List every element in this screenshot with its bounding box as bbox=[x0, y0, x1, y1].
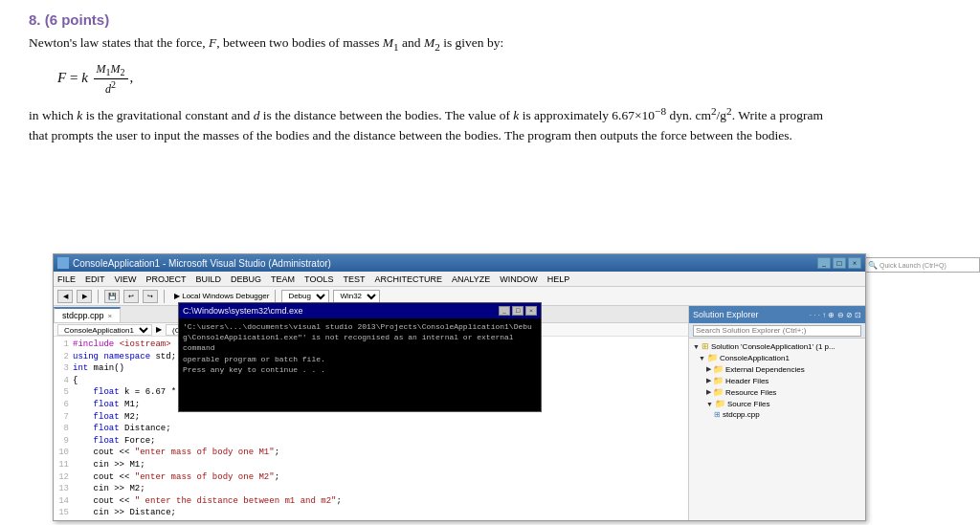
title-bar-controls[interactable]: _ □ × bbox=[817, 257, 861, 269]
code-line-8: 8 float Distance; bbox=[54, 423, 688, 435]
toolbar-btn-2[interactable]: ▶ bbox=[77, 290, 92, 303]
cmd-controls[interactable]: _ □ × bbox=[499, 306, 537, 316]
solution-explorer-title: Solution Explorer bbox=[693, 310, 759, 319]
project-label: ConsoleApplication1 bbox=[720, 354, 790, 362]
tab-close-btn[interactable]: × bbox=[108, 312, 113, 320]
menu-help[interactable]: HELP bbox=[547, 274, 570, 284]
tree-solution[interactable]: ▼ ⊞ Solution 'ConsoleApplication1' (1 p.… bbox=[691, 340, 863, 352]
platform-dropdown[interactable]: Win32 bbox=[333, 290, 380, 303]
menu-tools[interactable]: TOOLS bbox=[304, 274, 333, 284]
menu-test[interactable]: TEST bbox=[343, 274, 365, 284]
maximize-button[interactable]: □ bbox=[833, 257, 846, 269]
toolbar-btn-1[interactable]: ◀ bbox=[57, 290, 73, 303]
solution-search-input[interactable] bbox=[693, 325, 861, 337]
cpp-file-label: stdcpp.cpp bbox=[723, 410, 760, 419]
tree-ext-deps[interactable]: ▶ 📁 External Dependencies bbox=[691, 363, 863, 375]
cmd-minimize[interactable]: _ bbox=[499, 306, 510, 316]
source-files-label: Source Files bbox=[727, 400, 769, 408]
cmd-body: 'C:\users\...\documents\visual studio 20… bbox=[179, 318, 541, 378]
quick-launch-text: Quick Launch (Ctrl+Q) bbox=[880, 262, 947, 269]
menu-view[interactable]: VIEW bbox=[115, 274, 137, 284]
solution-explorer-header: Solution Explorer · · · ↑ ⊕ ⊖ ⊘ ⊡ bbox=[689, 306, 865, 323]
formula-display: F = k M1M2 d2 , bbox=[57, 63, 833, 96]
menu-team[interactable]: TEAM bbox=[271, 274, 295, 284]
resource-files-label: Resource Files bbox=[725, 388, 776, 397]
code-line-15: 15 cin >> Distance; bbox=[54, 507, 688, 519]
code-line-13: 13 cin >> M2; bbox=[54, 483, 688, 495]
text-newton: Newton's law states that the force, F, b… bbox=[29, 35, 503, 50]
menu-debug[interactable]: DEBUG bbox=[231, 274, 261, 284]
solution-tree: ▼ ⊞ Solution 'ConsoleApplication1' (1 p.… bbox=[689, 339, 865, 520]
text-description: in which k is the gravitational constant… bbox=[29, 108, 823, 142]
problem-text: Newton's law states that the force, F, b… bbox=[29, 33, 833, 146]
code-line-9: 9 float Force; bbox=[54, 435, 688, 448]
menu-edit[interactable]: EDIT bbox=[85, 274, 105, 284]
project-icon: 📁 bbox=[707, 353, 718, 362]
toolbar-btn-3[interactable]: ↩ bbox=[123, 290, 139, 303]
minimize-button[interactable]: _ bbox=[817, 257, 831, 269]
breadcrumb-project[interactable]: ConsoleApplication1 bbox=[57, 324, 152, 336]
tree-cpp-file[interactable]: ⊞ stdcpp.cpp bbox=[691, 409, 863, 420]
close-button[interactable]: × bbox=[848, 257, 861, 269]
breadcrumb-arrow-1: ▶ bbox=[156, 325, 162, 334]
toolbar-sep-1 bbox=[98, 290, 99, 303]
cmd-line-1: 'C:\users\...\documents\visual studio 20… bbox=[183, 321, 537, 332]
header-files-icon: 📁 bbox=[713, 376, 724, 385]
code-line-16: 16 Force = k* ((M1*M2) / (Distance*Dista… bbox=[54, 519, 688, 520]
menu-bar: FILE EDIT VIEW PROJECT BUILD DEBUG TEAM … bbox=[54, 272, 865, 287]
cmd-window: C:\Windows\system32\cmd.exe _ □ × 'C:\us… bbox=[178, 306, 542, 412]
cmd-line-3: operable program or batch file. bbox=[183, 354, 537, 364]
code-line-11: 11 cin >> M1; bbox=[54, 459, 688, 471]
tree-project[interactable]: ▼ 📁 ConsoleApplication1 bbox=[691, 352, 863, 363]
title-bar-left: ConsoleApplication1 - Microsoft Visual S… bbox=[57, 257, 331, 269]
vs-icon bbox=[57, 257, 69, 269]
cmd-maximize[interactable]: □ bbox=[512, 306, 523, 316]
solution-arrow: ▼ bbox=[693, 343, 700, 350]
toolbar-btn-4[interactable]: ↪ bbox=[143, 290, 158, 303]
cmd-line-2: g\ConsoleApplication1.exe"' is not recog… bbox=[183, 332, 537, 353]
resource-files-icon: 📁 bbox=[713, 387, 724, 397]
menu-analyze[interactable]: ANALYZE bbox=[452, 274, 490, 284]
tree-header-files[interactable]: ▶ 📁 Header Files bbox=[691, 375, 863, 386]
code-line-7: 7 float M2; bbox=[54, 411, 688, 424]
header-files-label: Header Files bbox=[725, 377, 768, 385]
solution-explorer-search bbox=[689, 323, 865, 339]
cmd-title-bar: C:\Windows\system32\cmd.exe _ □ × bbox=[179, 306, 541, 318]
tab-label: stdcpp.cpp bbox=[62, 311, 104, 320]
tree-resource-files[interactable]: ▶ 📁 Resource Files bbox=[691, 386, 863, 398]
menu-window[interactable]: WINDOW bbox=[500, 274, 538, 284]
editor-area: stdcpp.cpp × ConsoleApplication1 ▶ (Glob… bbox=[54, 306, 865, 520]
cmd-close[interactable]: × bbox=[525, 306, 537, 316]
toolbar-sep-3 bbox=[275, 290, 276, 303]
menu-build[interactable]: BUILD bbox=[196, 274, 222, 284]
quick-launch-box[interactable]: 🔍 Quick Launch (Ctrl+Q) bbox=[865, 257, 980, 273]
cmd-title: C:\Windows\system32\cmd.exe bbox=[183, 306, 303, 316]
problem-number: 8. (6 points) bbox=[29, 11, 833, 28]
ext-deps-arrow: ▶ bbox=[706, 365, 711, 373]
ide-window: ConsoleApplication1 - Microsoft Visual S… bbox=[53, 253, 866, 521]
tree-source-files[interactable]: ▼ 📁 Source Files bbox=[691, 398, 863, 409]
quick-launch-icon: 🔍 bbox=[868, 261, 878, 270]
config-dropdown[interactable]: Debug bbox=[281, 290, 329, 303]
menu-architecture[interactable]: ARCHITECTURE bbox=[374, 274, 442, 284]
ide-title: ConsoleApplication1 - Microsoft Visual S… bbox=[73, 258, 331, 269]
solution-icon: ⊞ bbox=[702, 341, 709, 351]
code-line-14: 14 cout << " enter the distance between … bbox=[54, 495, 688, 508]
menu-project[interactable]: PROJECT bbox=[146, 274, 187, 284]
header-files-arrow: ▶ bbox=[706, 377, 711, 384]
source-files-icon: 📁 bbox=[715, 399, 725, 408]
solution-label: Solution 'ConsoleApplication1' (1 p... bbox=[711, 342, 835, 351]
save-btn[interactable]: 💾 bbox=[104, 290, 120, 303]
code-line-12: 12 cout << "enter mass of body one M2"; bbox=[54, 471, 688, 484]
ide-title-bar: ConsoleApplication1 - Microsoft Visual S… bbox=[54, 254, 865, 272]
source-files-arrow: ▼ bbox=[706, 401, 713, 407]
ext-deps-label: External Dependencies bbox=[725, 365, 805, 374]
cmd-line-4: Press any key to continue . . . bbox=[183, 364, 537, 375]
se-nav-btns: · · · ↑ ⊕ ⊖ ⊘ ⊡ bbox=[810, 311, 861, 319]
file-tab[interactable]: stdcpp.cpp × bbox=[54, 307, 121, 322]
code-line-10: 10 cout << "enter mass of body one M1"; bbox=[54, 447, 688, 459]
cpp-file-icon: ⊞ bbox=[714, 410, 721, 419]
editor-panel: stdcpp.cpp × ConsoleApplication1 ▶ (Glob… bbox=[54, 306, 688, 520]
debugger-label: ▶ Local Windows Debugger bbox=[174, 292, 269, 300]
menu-file[interactable]: FILE bbox=[57, 274, 76, 284]
